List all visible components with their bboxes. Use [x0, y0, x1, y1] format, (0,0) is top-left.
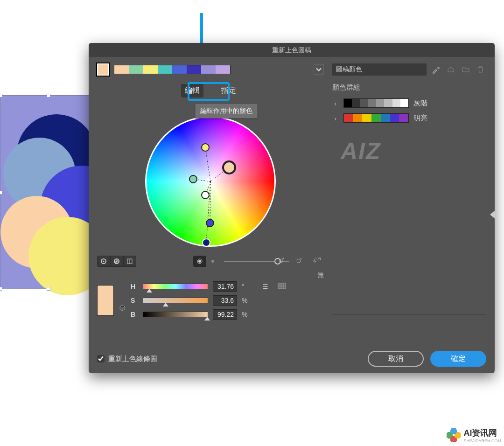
wheel-color-handle[interactable] [202, 238, 210, 247]
panel-expand-tab[interactable] [490, 210, 495, 219]
canvas-artwork [0, 95, 96, 289]
active-color-swatch[interactable] [97, 63, 109, 76]
svg-line-1 [205, 147, 210, 181]
saturation-slider[interactable] [143, 298, 208, 303]
recolor-strokes-input[interactable] [97, 355, 105, 362]
wheel-center-handle[interactable] [206, 177, 215, 186]
new-group-folder-icon[interactable] [460, 64, 471, 75]
wheel-color-handle[interactable] [201, 143, 210, 152]
svg-line-5 [206, 181, 210, 243]
recolor-strokes-label: 重新上色線條圖 [108, 355, 157, 363]
brightness-label: B [131, 311, 138, 318]
tab-edit[interactable]: 編輯 [181, 84, 203, 98]
color-groups-label: 顏色群組 [332, 83, 486, 92]
color-mode-menu-icon[interactable]: ☰ [262, 283, 268, 290]
saturation-value[interactable]: 33.6 [213, 295, 237, 306]
site-logo: AI资讯网 SHEJIDAREN.COM [447, 427, 501, 443]
svg-point-13 [211, 260, 214, 263]
brightness-value-slider[interactable] [143, 312, 208, 317]
wheel-color-handle[interactable] [189, 175, 197, 183]
chevron-right-icon: › [334, 114, 339, 122]
add-color-tool-icon[interactable] [275, 254, 288, 265]
color-group-row[interactable]: › 明亮 [332, 111, 486, 125]
hue-slider[interactable] [143, 284, 208, 289]
selection-handle[interactable] [0, 287, 2, 291]
brightness-saturation-toggle [193, 256, 219, 267]
wheel-color-handle[interactable] [201, 191, 210, 199]
none-label: 無 [317, 271, 324, 279]
unlink-harmony-icon[interactable] [311, 254, 324, 265]
remove-color-tool-icon[interactable] [293, 254, 306, 265]
swatch-grid-icon[interactable] [278, 283, 286, 291]
flower-icon [447, 428, 461, 442]
hue-unit: ° [242, 283, 251, 290]
color-wheel[interactable] [145, 116, 276, 247]
color-bars-icon[interactable] [123, 256, 136, 267]
saturation-label: S [131, 297, 138, 304]
group-swatches [343, 113, 409, 123]
cancel-button[interactable]: 取消 [368, 351, 424, 367]
selection-handle[interactable] [0, 191, 2, 195]
svg-point-14 [279, 259, 283, 263]
tooltip-edit-active-colors: 編輯作用中的顏色 [195, 104, 258, 118]
wheel-color-handle[interactable] [206, 219, 214, 227]
logo-subtext: SHEJIDAREN.COM [463, 439, 501, 443]
group-name: 灰階 [413, 99, 427, 108]
group-swatches [343, 98, 409, 108]
group-name: 明亮 [413, 114, 427, 123]
recolor-artwork-dialog: 重新上色圖稿 [89, 43, 495, 373]
tab-assign[interactable]: 指定 [217, 84, 240, 98]
wheel-color-handle[interactable] [222, 160, 236, 174]
color-groups-list: › 灰階 › 明亮 [332, 96, 486, 315]
show-brightness-icon[interactable] [206, 256, 219, 267]
preset-dropdown[interactable] [314, 64, 324, 75]
selection-handle[interactable] [47, 287, 50, 291]
palette-strip [114, 65, 231, 74]
selection-handle[interactable] [47, 94, 50, 98]
show-saturation-icon[interactable] [193, 256, 206, 267]
chevron-right-icon: › [334, 99, 339, 107]
brightness-value[interactable]: 99.22 [213, 309, 237, 320]
out-of-gamut-icon[interactable] [119, 304, 126, 313]
hue-value[interactable]: 31.76 [213, 281, 237, 292]
hsb-color-swatch[interactable] [97, 285, 114, 316]
saturation-unit: % [242, 297, 251, 304]
svg-point-15 [297, 259, 301, 263]
dialog-title: 重新上色圖稿 [89, 43, 495, 57]
svg-point-11 [198, 260, 201, 263]
save-group-icon[interactable] [445, 64, 456, 75]
ok-button[interactable]: 確定 [430, 351, 486, 367]
logo-text: AI资讯网 [463, 428, 497, 438]
svg-point-7 [103, 261, 105, 262]
color-group-row[interactable]: › 灰階 [332, 96, 486, 111]
eyedropper-icon[interactable] [430, 64, 441, 75]
smooth-wheel-icon[interactable] [97, 256, 110, 267]
delete-group-trash-icon[interactable] [475, 64, 486, 75]
hue-label: H [131, 283, 138, 290]
recolor-strokes-checkbox[interactable]: 重新上色線條圖 [97, 355, 157, 363]
selection-handle[interactable] [0, 94, 2, 98]
brightness-unit: % [242, 311, 251, 318]
segmented-wheel-icon[interactable] [110, 256, 123, 267]
artwork-colors-label[interactable]: 圖稿顏色 [332, 63, 427, 76]
wheel-display-mode [97, 256, 136, 267]
